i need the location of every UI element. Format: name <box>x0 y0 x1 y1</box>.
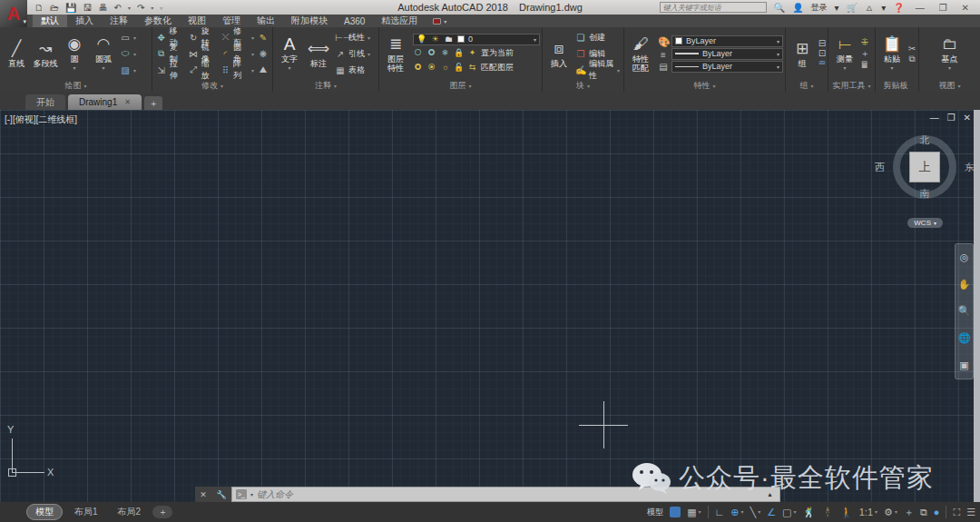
lightbulb-icon[interactable]: 💡 <box>416 34 426 44</box>
doc-minimize-icon[interactable]: — <box>930 113 939 123</box>
command-history-up-icon[interactable]: ▲ <box>764 491 776 497</box>
object-color-select[interactable]: ByLayer ▾ <box>671 35 783 47</box>
point-style-icon[interactable]: ⁜ <box>859 37 870 47</box>
object-snap-toggle[interactable]: ▢▾ <box>782 507 796 517</box>
new-layout-button[interactable]: ＋ <box>152 506 172 518</box>
viewcube-south-label[interactable]: 南 <box>920 187 930 201</box>
navigation-bar[interactable]: ◎ ✋ 🔍 🌐 ▣ <box>955 243 974 379</box>
edit-attributes-button[interactable]: ✍ 编辑属性 ▾ <box>573 62 622 78</box>
stretch-button[interactable]: ⇲ 拉伸 <box>154 62 186 78</box>
group-selection-icon[interactable]: ⮹ <box>817 58 828 69</box>
calculator-icon[interactable]: 🖩 <box>859 60 870 70</box>
circle-dropdown-icon[interactable]: ▾ <box>73 64 75 73</box>
share-dropdown-icon[interactable]: ▾ <box>881 3 886 13</box>
panel-label-utilities[interactable]: 实用工具 <box>828 80 875 92</box>
cmd-customize-wrench-icon[interactable]: 🔧 <box>216 490 226 499</box>
panel-label-group[interactable]: 组 <box>786 80 828 92</box>
scale-button[interactable]: ⤢ 缩放 <box>186 62 218 78</box>
edit-attributes-dropdown-icon[interactable]: ▾ <box>617 67 620 74</box>
panel-label-block[interactable]: 块 <box>543 80 623 92</box>
hatch-button[interactable]: ▨ ▾ <box>118 62 138 78</box>
ungroup-icon[interactable]: ⊟ <box>817 38 828 48</box>
signin-dropdown-icon[interactable]: ▾ <box>835 3 839 13</box>
viewcube-top-face[interactable]: 上 <box>909 152 940 182</box>
table-button[interactable]: ▦ 表格 <box>333 62 372 78</box>
linear-dropdown-icon[interactable]: ▾ <box>368 34 370 41</box>
osnap-dropdown-icon[interactable]: ▾ <box>793 509 796 515</box>
text-dropdown-icon[interactable]: ▾ <box>288 64 290 73</box>
linear-dim-button[interactable]: ⊢⊣ 线性 ▾ <box>333 29 372 45</box>
erase-button[interactable]: ✎ <box>256 29 270 45</box>
ellipse-button[interactable]: ⬭ ▾ <box>118 45 138 62</box>
panel-label-properties[interactable]: 特性 <box>624 80 785 92</box>
dimension-button[interactable]: ⟺ 标注 <box>304 29 333 79</box>
autoscale-toggle[interactable]: 🕴 <box>821 507 834 517</box>
layout-tab-model[interactable]: 模型 <box>26 504 63 520</box>
model-space-button[interactable]: 模型 <box>647 507 663 518</box>
tab-output[interactable]: 输出 <box>249 15 283 27</box>
match-layer-button[interactable]: 匹配图层 <box>481 62 514 74</box>
viewport-controls[interactable]: [-][俯视][二维线框] <box>5 113 77 126</box>
ortho-mode-toggle[interactable]: ∟ <box>715 507 725 517</box>
save-icon[interactable]: 💾 <box>65 3 76 13</box>
panel-label-layers[interactable]: 图层 <box>379 80 542 92</box>
linetype-select[interactable]: ByLayer ▾ <box>671 61 783 73</box>
insert-block-button[interactable]: ⧈ 插入 <box>544 29 573 79</box>
ellipse-dropdown-icon[interactable]: ▾ <box>133 51 136 57</box>
layer-thaw-icon[interactable]: ☼ <box>440 63 450 73</box>
showmotion-icon[interactable]: ▣ <box>959 360 968 370</box>
viewcube[interactable]: 上 北 南 西 东 <box>889 132 960 202</box>
redo-icon[interactable]: ↷ <box>137 3 144 13</box>
file-tab-close-icon[interactable]: ✕ <box>124 98 131 106</box>
layer-dropdown-icon[interactable]: ▾ <box>534 36 536 43</box>
command-line-grip[interactable]: ✕ 🔧 <box>195 487 231 502</box>
app-store-cart-icon[interactable]: 🛒 <box>847 3 858 13</box>
tab-addins[interactable]: 附加模块 <box>283 15 336 27</box>
redo-dropdown-icon[interactable]: ▾ <box>151 5 153 11</box>
sign-in-button[interactable]: 登录 <box>811 2 828 14</box>
paste-dropdown-icon[interactable]: ▾ <box>890 64 893 73</box>
copy-clip-icon[interactable]: ⧉ <box>906 54 917 64</box>
sun-icon[interactable]: ☀ <box>430 34 440 44</box>
layer-unisolate-icon[interactable]: 🞊 <box>426 63 436 73</box>
tab-parametric[interactable]: 参数化 <box>136 15 180 27</box>
layout-tab-layout1[interactable]: 布局1 <box>66 505 106 519</box>
minimize-button[interactable]: — <box>912 3 928 13</box>
snap-dropdown-icon[interactable]: ▾ <box>699 509 701 515</box>
share-icon[interactable]: 🜂 <box>865 3 874 13</box>
trim-dropdown-icon[interactable]: ▾ <box>251 34 254 41</box>
leader-button[interactable]: ↗ 引线 ▾ <box>333 45 372 62</box>
file-tab-drawing1[interactable]: Drawing1 ✕ <box>68 94 142 110</box>
doc-close-icon[interactable]: ✕ <box>964 113 971 123</box>
tab-view[interactable]: 视图 <box>180 15 214 27</box>
drawing-canvas[interactable]: [-][俯视][二维线框] — ❐ ✕ 上 北 南 西 东 WCS ▾ ◎ ✋ … <box>0 110 980 502</box>
panel-label-modify[interactable]: 修改 <box>152 80 272 92</box>
set-current-icon[interactable]: ✦ <box>467 48 477 58</box>
plot-print-icon[interactable]: 🖶 <box>98 3 107 13</box>
rectangle-dropdown-icon[interactable]: ▾ <box>133 34 136 41</box>
layer-freeze-icon[interactable]: ❄ <box>440 48 450 58</box>
id-point-icon[interactable]: ＋ <box>859 47 870 60</box>
viewcube-north-label[interactable]: 北 <box>920 133 930 147</box>
group-edit-icon[interactable]: ⊡ <box>817 48 828 58</box>
panel-label-annotation[interactable]: 注释 <box>273 80 378 92</box>
measure-button[interactable]: ⟝ 测量 ▾ <box>830 29 859 79</box>
restore-button[interactable]: ❐ <box>936 3 951 13</box>
arc-dropdown-icon[interactable]: ▾ <box>102 64 104 73</box>
cut-icon[interactable]: ✂ <box>906 44 917 54</box>
polar-tracking-toggle[interactable]: ⊕▾ <box>730 507 743 517</box>
isolate-objects-button[interactable]: ⧉ <box>920 507 927 517</box>
help-search-input[interactable] <box>660 2 767 13</box>
tab-a360[interactable]: A360 <box>336 15 373 27</box>
tab-home[interactable]: 默认 <box>33 15 67 27</box>
polar-dropdown-icon[interactable]: ▾ <box>741 509 744 515</box>
layer-isolate-icon[interactable]: 🞈 <box>426 48 436 58</box>
layer-on-icon[interactable]: 🞉 <box>413 63 423 73</box>
isodraft-dropdown-icon[interactable]: ▾ <box>758 509 760 515</box>
wcs-menu-button[interactable]: WCS ▾ <box>907 218 943 228</box>
fillet-dropdown-icon[interactable]: ▾ <box>251 51 254 57</box>
ribbon-minimize-dropdown-icon[interactable]: ▾ <box>444 18 446 25</box>
panel-label-draw[interactable]: 绘图 <box>0 80 152 92</box>
measure-dropdown-icon[interactable]: ▾ <box>843 64 846 73</box>
transparency-icon[interactable]: ▤ <box>658 62 669 72</box>
